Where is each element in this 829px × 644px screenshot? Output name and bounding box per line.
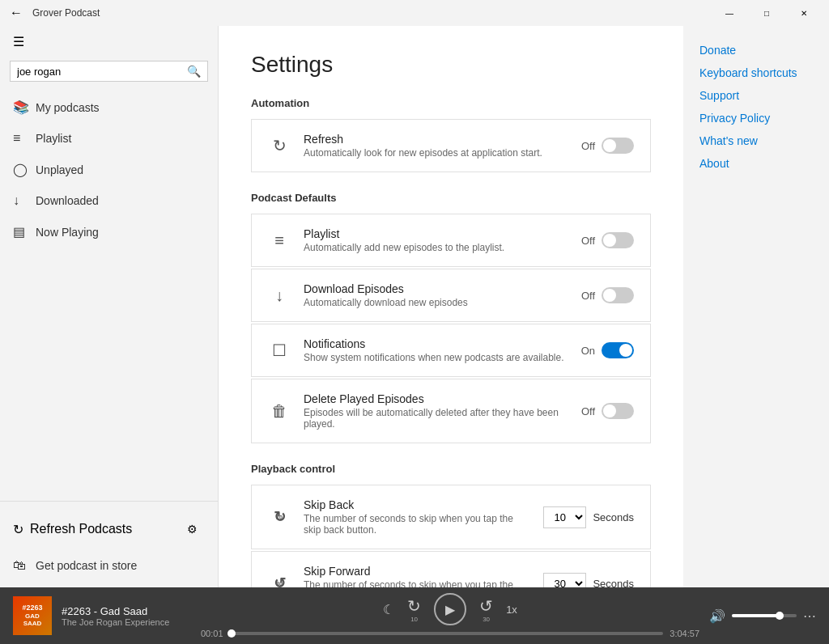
delete-played-setting: 🗑 Delete Played Episodes Episodes will b…	[251, 379, 651, 443]
progress-thumb	[227, 629, 236, 638]
hamburger-menu[interactable]: ☰	[0, 26, 218, 57]
sidebar-item-playlist[interactable]: ≡ Playlist	[0, 123, 218, 154]
sidebar-item-now-playing[interactable]: ▤ Now Playing	[0, 216, 218, 248]
sidebar-nav: 📚 My podcasts ≡ Playlist ◯ Unplayed ↓ Do…	[0, 91, 218, 501]
player-subtitle: The Joe Rogan Experience	[62, 617, 191, 627]
gear-icon: ⚙	[187, 523, 198, 536]
automation-header: Automation	[251, 97, 651, 109]
refresh-label: Refresh Podcasts	[30, 522, 132, 536]
sidebar-item-downloaded[interactable]: ↓ Downloaded	[0, 185, 218, 216]
delete-played-toggle[interactable]	[602, 403, 634, 419]
sleep-timer-button[interactable]: ☾	[383, 602, 394, 617]
close-button[interactable]: ✕	[785, 0, 823, 26]
sidebar-item-label-unplayed: Unplayed	[36, 163, 83, 176]
delete-played-toggle-label: Off	[581, 405, 595, 417]
donate-link[interactable]: Donate	[699, 39, 813, 61]
skip-forward-desc: The number of seconds to skip when you t…	[304, 579, 530, 587]
settings-title: Settings	[251, 52, 651, 78]
volume-thumb	[776, 612, 784, 620]
total-time: 3:04:57	[670, 629, 699, 638]
volume-fill	[732, 614, 780, 617]
search-bar[interactable]: 🔍	[10, 61, 208, 82]
back-button[interactable]: ←	[6, 3, 26, 23]
podcasts-icon: 📚	[13, 100, 36, 115]
notifications-toggle[interactable]	[602, 342, 634, 358]
playlist-icon: ≡	[13, 131, 36, 146]
notifications-setting-label: Notifications	[304, 337, 568, 350]
more-button[interactable]: ⋯	[803, 608, 816, 624]
player-right: 🔊 ⋯	[709, 608, 816, 624]
now-playing-icon: ▤	[13, 224, 36, 239]
sidebar-bottom: ↻ Refresh Podcasts ⚙ 🛍 Get podcast in st…	[0, 501, 218, 587]
speed-button[interactable]: 1x	[506, 604, 517, 616]
refresh-setting-icon: ↻	[268, 136, 291, 155]
sidebar-item-label-my-podcasts: My podcasts	[36, 101, 100, 114]
sidebar: ☰ 🔍 📚 My podcasts ≡ Playlist ◯ Unplayed …	[0, 26, 219, 587]
skip-back-setting: ↻ 10 Skip Back The number of seconds to …	[251, 485, 651, 549]
support-link[interactable]: Support	[699, 84, 813, 107]
privacy-policy-link[interactable]: Privacy Policy	[699, 107, 813, 129]
podcast-defaults-section: Podcast Defaults ≡ Playlist Automaticall…	[251, 192, 651, 443]
sidebar-item-label-downloaded: Downloaded	[36, 194, 99, 207]
whats-new-link[interactable]: What's new	[699, 129, 813, 152]
skip-back-desc: The number of seconds to skip when you t…	[304, 513, 530, 536]
delete-played-label: Delete Played Episodes	[304, 392, 568, 405]
unplayed-icon: ◯	[13, 162, 36, 177]
notifications-toggle-label: On	[581, 345, 595, 357]
player-title: #2263 - Gad Saad	[62, 605, 191, 617]
sidebar-item-my-podcasts[interactable]: 📚 My podcasts	[0, 91, 218, 123]
settings-panel: Settings Automation ↻ Refresh Automatica…	[219, 26, 683, 587]
skip-forward-dropdown[interactable]: 30 15 60	[543, 573, 586, 588]
progress-fill	[230, 632, 232, 635]
playlist-toggle[interactable]	[602, 232, 634, 248]
player-thumbnail: #2263 GAD SAAD	[13, 596, 52, 635]
download-setting: ↓ Download Episodes Automatically downlo…	[251, 269, 651, 322]
about-link[interactable]: About	[699, 152, 813, 175]
refresh-toggle-label: Off	[581, 140, 595, 152]
title-bar: ← Grover Podcast — □ ✕	[0, 0, 829, 26]
sidebar-item-store[interactable]: 🛍 Get podcast in store	[0, 550, 218, 581]
sidebar-item-label-store: Get podcast in store	[36, 559, 137, 572]
playlist-setting-icon: ≡	[268, 231, 291, 250]
notifications-setting-icon: ☐	[268, 341, 291, 360]
progress-bar[interactable]	[230, 632, 664, 635]
download-setting-desc: Automatically download new episodes	[304, 297, 568, 308]
playback-control-header: Playback control	[251, 463, 651, 475]
search-input[interactable]	[17, 66, 187, 78]
skip-back-icon: ↻ 10	[268, 508, 291, 526]
sidebar-item-unplayed[interactable]: ◯ Unplayed	[0, 154, 218, 185]
notifications-setting: ☐ Notifications Show system notification…	[251, 324, 651, 377]
player-controls: ☾ ↻ 10 ▶ ↺ 30 1x 00:01 3:04:57	[201, 593, 699, 638]
sidebar-item-label-playlist: Playlist	[36, 132, 71, 145]
refresh-toggle[interactable]	[602, 138, 634, 154]
sidebar-item-label-now-playing: Now Playing	[36, 226, 99, 239]
skip-back-button[interactable]: ↻ 10	[407, 596, 421, 623]
skip-back-label: Skip Back	[304, 498, 530, 511]
player-buttons: ☾ ↻ 10 ▶ ↺ 30 1x	[383, 593, 517, 625]
keyboard-shortcuts-link[interactable]: Keyboard shortcuts	[699, 61, 813, 84]
current-time: 00:01	[201, 629, 223, 638]
skip-forward-label: Skip Forward	[304, 565, 530, 578]
skip-forward-button[interactable]: ↺ 30	[479, 596, 493, 623]
player-info: #2263 - Gad Saad The Joe Rogan Experienc…	[62, 605, 191, 627]
skip-forward-icon: ↺ 30	[268, 574, 291, 587]
skip-forward-unit: Seconds	[593, 578, 634, 588]
notifications-setting-desc: Show system notifications when new podca…	[304, 352, 568, 363]
refresh-icon: ↻	[13, 522, 23, 537]
skip-forward-setting: ↺ 30 Skip Forward The number of seconds …	[251, 551, 651, 587]
volume-icon: 🔊	[709, 608, 725, 624]
player-progress: 00:01 3:04:57	[201, 629, 699, 638]
gear-button[interactable]: ⚙	[179, 516, 205, 542]
skip-back-dropdown[interactable]: 10 15 30	[543, 506, 586, 528]
download-toggle[interactable]	[602, 287, 634, 303]
minimize-button[interactable]: —	[711, 0, 748, 26]
delete-played-icon: 🗑	[268, 402, 291, 421]
maximize-button[interactable]: □	[748, 0, 785, 26]
refresh-podcasts-button[interactable]: ↻ Refresh Podcasts	[13, 522, 132, 537]
play-button[interactable]: ▶	[434, 593, 466, 625]
refresh-setting-label: Refresh	[304, 133, 568, 146]
volume-slider[interactable]	[732, 614, 797, 617]
downloaded-icon: ↓	[13, 193, 36, 208]
app-title: Grover Podcast	[32, 7, 711, 19]
skip-back-unit: Seconds	[593, 511, 634, 523]
